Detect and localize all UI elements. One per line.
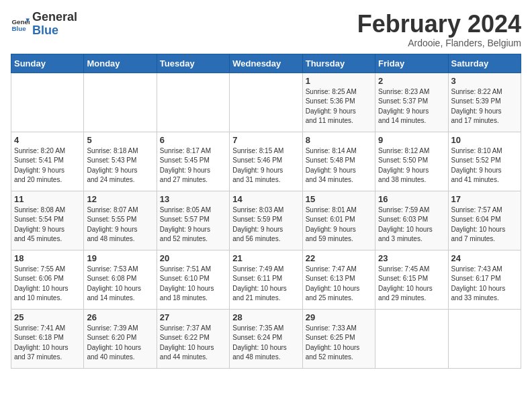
calendar-cell: 26Sunrise: 7:39 AM Sunset: 6:20 PM Dayli… bbox=[84, 309, 157, 368]
day-info: Sunrise: 8:15 AM Sunset: 5:46 PM Dayligh… bbox=[232, 146, 299, 185]
month-title: February 2024 bbox=[357, 11, 521, 38]
day-info: Sunrise: 7:37 AM Sunset: 6:22 PM Dayligh… bbox=[160, 324, 226, 363]
day-info: Sunrise: 7:45 AM Sunset: 6:15 PM Dayligh… bbox=[378, 265, 445, 304]
day-info: Sunrise: 7:39 AM Sunset: 6:20 PM Dayligh… bbox=[87, 324, 153, 363]
location: Ardooie, Flanders, Belgium bbox=[357, 38, 521, 48]
day-number: 21 bbox=[232, 253, 299, 263]
calendar-cell: 17Sunrise: 7:57 AM Sunset: 6:04 PM Dayli… bbox=[448, 191, 521, 250]
day-info: Sunrise: 8:07 AM Sunset: 5:55 PM Dayligh… bbox=[87, 205, 153, 244]
calendar-cell: 22Sunrise: 7:47 AM Sunset: 6:13 PM Dayli… bbox=[302, 250, 375, 309]
calendar-cell: 27Sunrise: 7:37 AM Sunset: 6:22 PM Dayli… bbox=[157, 309, 229, 368]
day-number: 9 bbox=[378, 135, 445, 145]
logo-line2: Blue bbox=[32, 24, 77, 38]
logo-line1: General bbox=[32, 11, 77, 24]
day-number: 2 bbox=[378, 76, 445, 86]
day-info: Sunrise: 7:55 AM Sunset: 6:06 PM Dayligh… bbox=[14, 265, 81, 304]
calendar-cell bbox=[157, 73, 229, 132]
calendar-cell: 5Sunrise: 8:18 AM Sunset: 5:43 PM Daylig… bbox=[84, 132, 157, 191]
page-header: General Blue General Blue February 2024 … bbox=[11, 11, 521, 48]
day-info: Sunrise: 7:57 AM Sunset: 6:04 PM Dayligh… bbox=[451, 205, 518, 244]
calendar-cell: 23Sunrise: 7:45 AM Sunset: 6:15 PM Dayli… bbox=[375, 250, 448, 309]
day-number: 3 bbox=[451, 76, 518, 86]
day-info: Sunrise: 8:25 AM Sunset: 5:36 PM Dayligh… bbox=[306, 87, 372, 126]
day-number: 13 bbox=[160, 194, 226, 204]
day-info: Sunrise: 8:03 AM Sunset: 5:59 PM Dayligh… bbox=[232, 205, 299, 244]
week-row-3: 11Sunrise: 8:08 AM Sunset: 5:54 PM Dayli… bbox=[11, 191, 521, 250]
calendar-cell: 28Sunrise: 7:35 AM Sunset: 6:24 PM Dayli… bbox=[230, 309, 302, 368]
day-number: 24 bbox=[451, 253, 518, 263]
day-number: 23 bbox=[378, 253, 445, 263]
day-info: Sunrise: 8:12 AM Sunset: 5:50 PM Dayligh… bbox=[378, 146, 445, 185]
calendar-cell bbox=[448, 309, 521, 368]
day-info: Sunrise: 8:23 AM Sunset: 5:37 PM Dayligh… bbox=[378, 87, 445, 126]
day-info: Sunrise: 7:53 AM Sunset: 6:08 PM Dayligh… bbox=[87, 265, 153, 304]
calendar-cell: 10Sunrise: 8:10 AM Sunset: 5:52 PM Dayli… bbox=[448, 132, 521, 191]
day-info: Sunrise: 8:22 AM Sunset: 5:39 PM Dayligh… bbox=[451, 87, 518, 126]
day-header-sunday: Sunday bbox=[11, 54, 84, 73]
calendar-cell: 1Sunrise: 8:25 AM Sunset: 5:36 PM Daylig… bbox=[302, 73, 375, 132]
day-header-thursday: Thursday bbox=[302, 54, 375, 73]
day-info: Sunrise: 7:41 AM Sunset: 6:18 PM Dayligh… bbox=[14, 324, 81, 363]
week-row-5: 25Sunrise: 7:41 AM Sunset: 6:18 PM Dayli… bbox=[11, 309, 521, 368]
title-block: February 2024 Ardooie, Flanders, Belgium bbox=[357, 11, 521, 48]
week-row-4: 18Sunrise: 7:55 AM Sunset: 6:06 PM Dayli… bbox=[11, 250, 521, 309]
day-info: Sunrise: 7:47 AM Sunset: 6:13 PM Dayligh… bbox=[306, 265, 372, 304]
day-number: 27 bbox=[160, 312, 226, 322]
week-row-2: 4Sunrise: 8:20 AM Sunset: 5:41 PM Daylig… bbox=[11, 132, 521, 191]
day-header-monday: Monday bbox=[84, 54, 157, 73]
calendar-cell: 7Sunrise: 8:15 AM Sunset: 5:46 PM Daylig… bbox=[230, 132, 302, 191]
calendar-cell bbox=[230, 73, 302, 132]
day-number: 17 bbox=[451, 194, 518, 204]
logo-icon: General Blue bbox=[11, 15, 30, 34]
day-info: Sunrise: 8:20 AM Sunset: 5:41 PM Dayligh… bbox=[14, 146, 81, 185]
day-number: 26 bbox=[87, 312, 153, 322]
calendar-cell: 14Sunrise: 8:03 AM Sunset: 5:59 PM Dayli… bbox=[230, 191, 302, 250]
logo: General Blue General Blue bbox=[11, 11, 77, 38]
day-info: Sunrise: 7:51 AM Sunset: 6:10 PM Dayligh… bbox=[160, 265, 226, 304]
calendar-cell: 19Sunrise: 7:53 AM Sunset: 6:08 PM Dayli… bbox=[84, 250, 157, 309]
calendar-cell bbox=[84, 73, 157, 132]
day-number: 4 bbox=[14, 135, 81, 145]
day-number: 5 bbox=[87, 135, 153, 145]
day-number: 28 bbox=[232, 312, 299, 322]
calendar-cell: 25Sunrise: 7:41 AM Sunset: 6:18 PM Dayli… bbox=[11, 309, 84, 368]
calendar-cell: 15Sunrise: 8:01 AM Sunset: 6:01 PM Dayli… bbox=[302, 191, 375, 250]
day-number: 19 bbox=[87, 253, 153, 263]
day-number: 18 bbox=[14, 253, 81, 263]
calendar-cell: 12Sunrise: 8:07 AM Sunset: 5:55 PM Dayli… bbox=[84, 191, 157, 250]
calendar-cell: 21Sunrise: 7:49 AM Sunset: 6:11 PM Dayli… bbox=[230, 250, 302, 309]
day-number: 12 bbox=[87, 194, 153, 204]
day-number: 20 bbox=[160, 253, 226, 263]
day-number: 11 bbox=[14, 194, 81, 204]
day-info: Sunrise: 8:14 AM Sunset: 5:48 PM Dayligh… bbox=[306, 146, 372, 185]
day-number: 8 bbox=[306, 135, 372, 145]
calendar-cell: 2Sunrise: 8:23 AM Sunset: 5:37 PM Daylig… bbox=[375, 73, 448, 132]
day-number: 7 bbox=[232, 135, 299, 145]
day-number: 22 bbox=[306, 253, 372, 263]
day-number: 1 bbox=[306, 76, 372, 86]
day-number: 14 bbox=[232, 194, 299, 204]
calendar-header-row: SundayMondayTuesdayWednesdayThursdayFrid… bbox=[11, 54, 521, 73]
day-number: 16 bbox=[378, 194, 445, 204]
day-info: Sunrise: 8:18 AM Sunset: 5:43 PM Dayligh… bbox=[87, 146, 153, 185]
day-info: Sunrise: 8:17 AM Sunset: 5:45 PM Dayligh… bbox=[160, 146, 226, 185]
calendar-cell: 11Sunrise: 8:08 AM Sunset: 5:54 PM Dayli… bbox=[11, 191, 84, 250]
day-header-tuesday: Tuesday bbox=[157, 54, 229, 73]
week-row-1: 1Sunrise: 8:25 AM Sunset: 5:36 PM Daylig… bbox=[11, 73, 521, 132]
calendar-cell: 20Sunrise: 7:51 AM Sunset: 6:10 PM Dayli… bbox=[157, 250, 229, 309]
day-info: Sunrise: 7:35 AM Sunset: 6:24 PM Dayligh… bbox=[232, 324, 299, 363]
calendar-cell: 29Sunrise: 7:33 AM Sunset: 6:25 PM Dayli… bbox=[302, 309, 375, 368]
calendar-table: SundayMondayTuesdayWednesdayThursdayFrid… bbox=[11, 54, 521, 369]
day-number: 6 bbox=[160, 135, 226, 145]
calendar-cell: 3Sunrise: 8:22 AM Sunset: 5:39 PM Daylig… bbox=[448, 73, 521, 132]
calendar-body: 1Sunrise: 8:25 AM Sunset: 5:36 PM Daylig… bbox=[11, 73, 521, 368]
day-header-friday: Friday bbox=[375, 54, 448, 73]
day-number: 29 bbox=[306, 312, 372, 322]
calendar-cell: 24Sunrise: 7:43 AM Sunset: 6:17 PM Dayli… bbox=[448, 250, 521, 309]
day-info: Sunrise: 8:05 AM Sunset: 5:57 PM Dayligh… bbox=[160, 205, 226, 244]
calendar-cell: 4Sunrise: 8:20 AM Sunset: 5:41 PM Daylig… bbox=[11, 132, 84, 191]
day-info: Sunrise: 8:08 AM Sunset: 5:54 PM Dayligh… bbox=[14, 205, 81, 244]
day-info: Sunrise: 8:10 AM Sunset: 5:52 PM Dayligh… bbox=[451, 146, 518, 185]
day-info: Sunrise: 7:43 AM Sunset: 6:17 PM Dayligh… bbox=[451, 265, 518, 304]
day-info: Sunrise: 7:49 AM Sunset: 6:11 PM Dayligh… bbox=[232, 265, 299, 304]
